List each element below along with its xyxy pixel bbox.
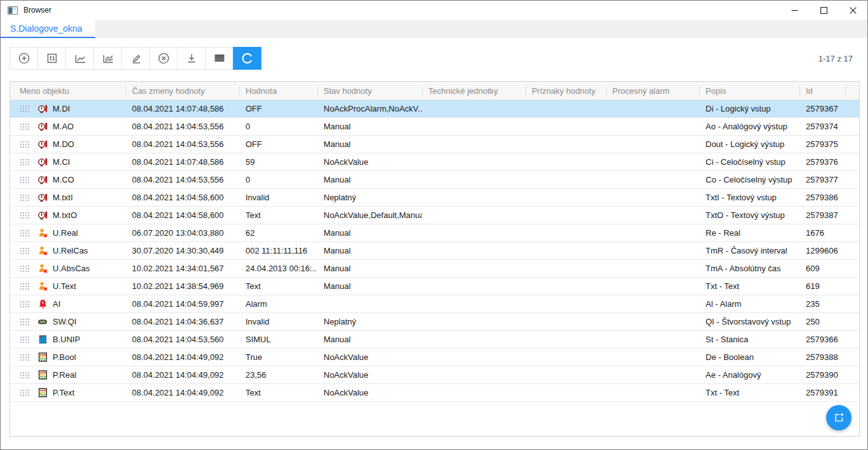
drag-handle[interactable] (20, 283, 29, 290)
cell-tech_units (422, 278, 525, 295)
column-header-id[interactable]: Id (799, 82, 845, 100)
drag-handle[interactable] (20, 247, 29, 254)
table-row[interactable]: P.Text08.04.2021 14:04:49,092TextNoAckVa… (10, 384, 859, 402)
drag-handle[interactable] (20, 158, 29, 165)
cell-value: 002 11:11:11,116 (239, 242, 317, 259)
table-row[interactable]: M.DO08.04.2021 14:04:53,556OFFManualDout… (10, 136, 859, 153)
drag-handle[interactable] (20, 354, 29, 361)
column-header-popis[interactable]: Popis (699, 82, 799, 100)
cell-flags (525, 313, 606, 330)
maximize-button[interactable] (809, 1, 838, 20)
table-row[interactable]: AI08.04.2021 14:04:59,997AlarmAl - Alarm… (10, 295, 859, 313)
cell-name: M.AO (10, 118, 126, 135)
cell-name: B.UNIP (10, 331, 126, 348)
minimize-button[interactable] (780, 1, 809, 20)
object-name: P.Bool (53, 352, 76, 362)
edit-button[interactable] (121, 47, 150, 70)
cell-spacer (845, 118, 859, 135)
close-button[interactable] (838, 1, 867, 20)
cell-flags (525, 171, 606, 188)
object-name: SW.QI (53, 317, 77, 326)
drag-handle[interactable] (20, 123, 29, 130)
properties-button[interactable] (37, 47, 66, 70)
refresh-button[interactable] (233, 47, 261, 70)
add-button[interactable] (10, 47, 38, 70)
drag-handle[interactable] (20, 300, 29, 307)
open-in-new-window-button[interactable] (826, 405, 852, 430)
cell-time: 06.07.2020 13:04:03,880 (126, 224, 239, 241)
cell-proc_alarm (606, 242, 699, 259)
cell-popis: TmA - Absolútny čas (699, 260, 799, 277)
drag-handle[interactable] (20, 212, 29, 219)
cell-id: 2579390 (799, 366, 845, 383)
cell-tech_units (422, 366, 525, 383)
multi-graph-button[interactable] (93, 47, 122, 70)
column-header-status[interactable]: Stav hodnoty (317, 82, 422, 100)
cell-popis: Ao - Analógový výstup (699, 118, 799, 135)
drag-handle[interactable] (20, 105, 29, 112)
object-name: U.Real (53, 228, 78, 238)
gauge-thermometer-icon (37, 210, 48, 221)
cell-tech_units (422, 295, 525, 312)
cell-spacer (845, 224, 859, 241)
cell-time: 08.04.2021 14:04:58,600 (126, 189, 239, 206)
cell-tech_units (422, 224, 525, 241)
table-row[interactable]: M.CI08.04.2021 14:07:48,58659NoAckValueC… (10, 153, 859, 171)
column-header-tech_units[interactable]: Technické jednotky (422, 82, 525, 100)
table-row[interactable]: M.txtI08.04.2021 14:04:58,600InvalidNepl… (10, 189, 859, 207)
column-header-proc_alarm[interactable]: Procesný alarm (606, 82, 699, 100)
drag-handle[interactable] (20, 229, 29, 236)
drag-handle[interactable] (20, 141, 29, 148)
drag-handle[interactable] (20, 336, 29, 343)
table-row[interactable]: U.Text10.02.2021 14:38:54,969TextManualT… (10, 278, 859, 295)
cell-status: Manual (317, 118, 422, 135)
cell-id: 2579387 (799, 207, 845, 224)
cell-flags (525, 207, 606, 224)
drag-handle[interactable] (20, 265, 29, 272)
cell-flags (525, 136, 606, 153)
object-name: P.Text (53, 388, 74, 397)
table-row[interactable]: B.UNIP08.04.2021 14:04:53,560SIMULManual… (10, 331, 859, 349)
alarm-bell-icon (37, 299, 48, 309)
drag-handle[interactable] (20, 318, 29, 325)
cell-spacer (845, 331, 859, 348)
table-row[interactable]: U.RelCas30.07.2020 14:30:30,449002 11:11… (10, 242, 859, 260)
table-row[interactable]: U.AbsCas10.02.2021 14:34:01,56724.04.201… (10, 260, 859, 278)
column-header-spacer (845, 82, 859, 100)
drag-handle[interactable] (20, 389, 29, 396)
table-row[interactable]: U.Real06.07.2020 13:04:03,88062ManualRe … (10, 224, 859, 242)
table-row[interactable]: SW.QI08.04.2021 14:04:36,637InvalidNepla… (10, 313, 859, 331)
cell-value: True (239, 349, 317, 366)
column-header-name[interactable]: Meno objektu (10, 82, 126, 100)
cell-id: 2579376 (799, 153, 845, 170)
cell-name: U.RelCas (10, 242, 126, 259)
column-header-time[interactable]: Čas zmeny hodnoty (126, 82, 239, 100)
table-button[interactable] (205, 47, 233, 70)
object-name: U.RelCas (53, 246, 88, 255)
table-row[interactable]: P.Real08.04.2021 14:04:49,09223,56NoAckV… (10, 366, 859, 384)
cell-id: 2579388 (799, 349, 845, 366)
export-button[interactable] (177, 47, 206, 70)
cell-name: AI (10, 295, 126, 312)
cell-time: 08.04.2021 14:07:48,586 (126, 100, 239, 117)
column-header-value[interactable]: Hodnota (239, 82, 317, 100)
cell-time: 08.04.2021 14:04:49,092 (126, 366, 239, 383)
tab-s-dialogove-okna[interactable]: S.Dialogove_okna (1, 20, 95, 38)
cell-proc_alarm (606, 313, 699, 330)
table-row[interactable]: M.AO08.04.2021 14:04:53,5560ManualAo - A… (10, 118, 859, 136)
table-row[interactable]: M.DI08.04.2021 14:07:48,586OFFNoAckProcA… (10, 100, 859, 118)
table-row[interactable]: M.txtO08.04.2021 14:04:58,600TextNoAckVa… (10, 207, 859, 224)
table-row[interactable]: M.CO08.04.2021 14:04:53,5560ManualCo - C… (10, 171, 859, 189)
cell-spacer (845, 384, 859, 401)
graph-button[interactable] (65, 47, 94, 70)
drag-handle[interactable] (20, 194, 29, 201)
cell-id: 2579377 (799, 171, 845, 188)
column-header-flags[interactable]: Príznaky hodnoty (525, 82, 606, 100)
drag-handle[interactable] (20, 371, 29, 378)
delete-button[interactable] (149, 47, 178, 70)
cell-status: Neplatný (317, 313, 422, 330)
drag-handle[interactable] (20, 176, 29, 183)
cell-spacer (845, 278, 859, 295)
table-row[interactable]: P.Bool08.04.2021 14:04:49,092TrueNoAckVa… (10, 349, 859, 366)
cell-flags (525, 224, 606, 241)
